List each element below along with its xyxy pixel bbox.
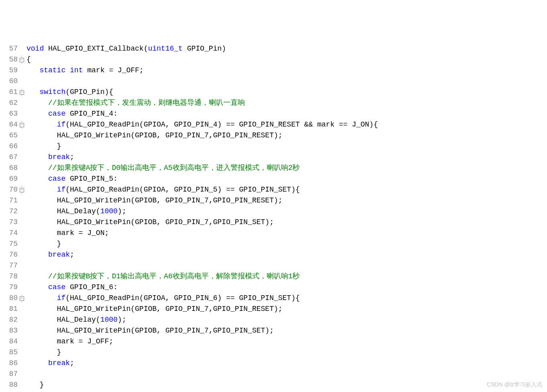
code-content[interactable]: case GPIO_PIN_6: — [25, 282, 118, 293]
code-line[interactable]: 62 //如果在警报模式下，发生震动，则继电器导通，喇叭一直响 — [0, 98, 547, 108]
code-line[interactable]: 67 break; — [0, 152, 547, 163]
code-line[interactable]: 77 — [0, 260, 547, 271]
line-number: 71 — [0, 195, 18, 206]
code-line[interactable]: 89 — [0, 390, 547, 392]
code-content[interactable]: switch(GPIO_Pin){ — [25, 87, 113, 98]
code-line[interactable]: 59 static int mark = J_OFF; — [0, 65, 547, 76]
code-content[interactable]: if(HAL_GPIO_ReadPin(GPIOA, GPIO_PIN_6) =… — [25, 293, 300, 304]
code-content[interactable]: //如果按键B按下，D1输出高电平，A6收到高电平，解除警报模式，喇叭响1秒 — [25, 271, 300, 282]
code-content[interactable]: HAL_Delay(1000); — [25, 206, 126, 217]
code-line[interactable]: 71 HAL_GPIO_WritePin(GPIOB, GPIO_PIN_7,G… — [0, 195, 547, 206]
code-line[interactable]: 60 — [0, 76, 547, 87]
code-line[interactable]: 75 } — [0, 239, 547, 249]
line-number: 76 — [0, 249, 18, 260]
code-line[interactable]: 70− if(HAL_GPIO_ReadPin(GPIOA, GPIO_PIN_… — [0, 184, 547, 195]
line-number: 73 — [0, 217, 18, 228]
code-line[interactable]: 69 case GPIO_PIN_5: — [0, 174, 547, 184]
line-number: 66 — [0, 141, 18, 152]
code-content[interactable]: } — [25, 380, 44, 390]
code-content[interactable]: void HAL_GPIO_EXTI_Callback(uint16_t GPI… — [25, 43, 226, 54]
line-number: 62 — [0, 98, 18, 108]
line-number: 68 — [0, 163, 18, 174]
code-content[interactable]: break; — [25, 249, 74, 260]
fold-collapse-icon[interactable]: − — [20, 188, 24, 192]
code-line[interactable]: 87 — [0, 369, 547, 380]
line-number: 63 — [0, 108, 18, 119]
code-content[interactable]: //如果按键A按下，D0输出高电平，A5收到高电平，进入警报模式，喇叭响2秒 — [25, 163, 300, 174]
code-content[interactable]: case GPIO_PIN_5: — [25, 174, 118, 184]
code-content[interactable]: if(HAL_GPIO_ReadPin(GPIOA, GPIO_PIN_4) =… — [25, 119, 378, 130]
fold-gutter[interactable]: − — [18, 294, 25, 302]
code-line[interactable]: 72 HAL_Delay(1000); — [0, 206, 547, 217]
code-line[interactable]: 88 } — [0, 380, 547, 390]
code-line[interactable]: 76 break; — [0, 249, 547, 260]
line-number: 87 — [0, 369, 18, 380]
code-line[interactable]: 81 HAL_GPIO_WritePin(GPIOB, GPIO_PIN_7,G… — [0, 304, 547, 314]
code-editor[interactable]: 57void HAL_GPIO_EXTI_Callback(uint16_t G… — [0, 43, 547, 392]
watermark: CSDN @lz学习嵌入式 — [487, 380, 542, 389]
line-number: 60 — [0, 76, 18, 87]
code-content[interactable]: HAL_GPIO_WritePin(GPIOB, GPIO_PIN_7,GPIO… — [25, 195, 282, 206]
line-number: 84 — [0, 336, 18, 347]
line-number: 65 — [0, 130, 18, 141]
code-line[interactable]: 74 mark = J_ON; — [0, 228, 547, 239]
code-line[interactable]: 57void HAL_GPIO_EXTI_Callback(uint16_t G… — [0, 43, 547, 54]
line-number: 64 — [0, 119, 18, 130]
code-content[interactable]: HAL_Delay(1000); — [25, 314, 126, 325]
fold-collapse-icon[interactable]: − — [20, 123, 24, 127]
fold-collapse-icon[interactable]: − — [20, 58, 24, 62]
fold-collapse-icon[interactable]: − — [20, 90, 24, 95]
code-content[interactable]: break; — [25, 358, 74, 369]
fold-gutter[interactable]: − — [18, 55, 25, 64]
fold-gutter[interactable]: − — [18, 186, 25, 194]
line-number: 59 — [0, 65, 18, 76]
code-content[interactable]: } — [25, 239, 61, 249]
fold-gutter[interactable]: − — [18, 88, 25, 96]
code-content[interactable]: break; — [25, 152, 74, 163]
code-content[interactable]: if(HAL_GPIO_ReadPin(GPIOA, GPIO_PIN_5) =… — [25, 184, 300, 195]
line-number: 80 — [0, 293, 18, 304]
code-line[interactable]: 61− switch(GPIO_Pin){ — [0, 87, 547, 98]
code-line[interactable]: 80− if(HAL_GPIO_ReadPin(GPIOA, GPIO_PIN_… — [0, 293, 547, 304]
line-number: 88 — [0, 380, 18, 390]
code-line[interactable]: 63 case GPIO_PIN_4: — [0, 108, 547, 119]
code-content[interactable]: mark = J_OFF; — [25, 336, 113, 347]
code-line[interactable]: 84 mark = J_OFF; — [0, 336, 547, 347]
code-line[interactable]: 64− if(HAL_GPIO_ReadPin(GPIOA, GPIO_PIN_… — [0, 119, 547, 130]
line-number: 82 — [0, 314, 18, 325]
fold-gutter[interactable]: − — [18, 120, 25, 129]
code-content[interactable]: static int mark = J_OFF; — [25, 65, 144, 76]
code-content[interactable]: } — [25, 141, 61, 152]
code-content[interactable]: } — [25, 347, 61, 358]
code-line[interactable]: 82 HAL_Delay(1000); — [0, 314, 547, 325]
code-line[interactable]: 85 } — [0, 347, 547, 358]
code-content[interactable]: HAL_GPIO_WritePin(GPIOB, GPIO_PIN_7,GPIO… — [25, 304, 282, 314]
line-number: 61 — [0, 87, 18, 98]
line-number: 89 — [0, 390, 18, 392]
line-number: 85 — [0, 347, 18, 358]
code-content[interactable]: case GPIO_PIN_4: — [25, 108, 118, 119]
line-number: 77 — [0, 260, 18, 271]
code-content[interactable]: HAL_GPIO_WritePin(GPIOB, GPIO_PIN_7,GPIO… — [25, 325, 274, 336]
line-number: 70 — [0, 184, 18, 195]
code-line[interactable]: 66 } — [0, 141, 547, 152]
code-line[interactable]: 79 case GPIO_PIN_6: — [0, 282, 547, 293]
code-line[interactable]: 73 HAL_GPIO_WritePin(GPIOB, GPIO_PIN_7,G… — [0, 217, 547, 228]
line-number: 67 — [0, 152, 18, 163]
code-content[interactable]: HAL_GPIO_WritePin(GPIOB, GPIO_PIN_7,GPIO… — [25, 217, 274, 228]
code-line[interactable]: 83 HAL_GPIO_WritePin(GPIOB, GPIO_PIN_7,G… — [0, 325, 547, 336]
code-line[interactable]: 68 //如果按键A按下，D0输出高电平，A5收到高电平，进入警报模式，喇叭响2… — [0, 163, 547, 174]
line-number: 57 — [0, 43, 18, 54]
code-content[interactable]: { — [25, 54, 31, 65]
code-content[interactable]: //如果在警报模式下，发生震动，则继电器导通，喇叭一直响 — [25, 98, 245, 108]
line-number: 75 — [0, 239, 18, 249]
code-content[interactable]: HAL_GPIO_WritePin(GPIOB, GPIO_PIN_7,GPIO… — [25, 130, 282, 141]
code-line[interactable]: 86 break; — [0, 358, 547, 369]
code-content[interactable]: mark = J_ON; — [25, 228, 109, 239]
code-line[interactable]: 58−{ — [0, 54, 547, 65]
line-number: 74 — [0, 228, 18, 239]
line-number: 81 — [0, 304, 18, 314]
code-line[interactable]: 78 //如果按键B按下，D1输出高电平，A6收到高电平，解除警报模式，喇叭响1… — [0, 271, 547, 282]
code-line[interactable]: 65 HAL_GPIO_WritePin(GPIOB, GPIO_PIN_7,G… — [0, 130, 547, 141]
fold-collapse-icon[interactable]: − — [20, 296, 24, 301]
